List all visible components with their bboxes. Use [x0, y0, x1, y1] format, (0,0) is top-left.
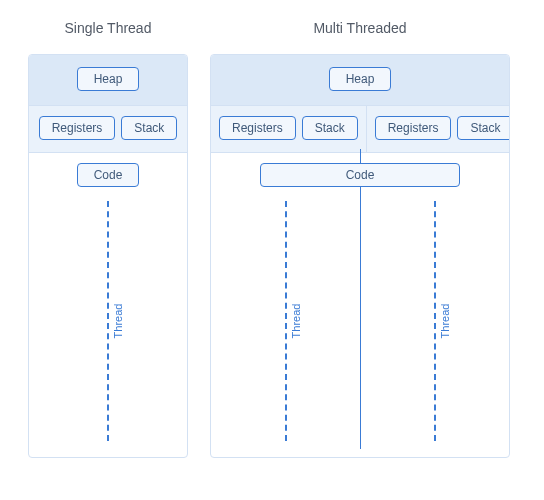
registers-band: Registers Stack Registers Stack [211, 106, 509, 153]
single-thread-title: Single Thread [65, 20, 152, 36]
heap-chip: Heap [329, 67, 392, 91]
single-thread-column: Single Thread Heap Registers Stack Code … [28, 20, 188, 458]
heap-chip: Heap [77, 67, 140, 91]
code-row: Code [211, 153, 509, 187]
single-thread-panel: Heap Registers Stack Code Thread [28, 54, 188, 458]
thread-label: Thread [290, 298, 302, 345]
registers-chip: Registers [375, 116, 452, 140]
multi-thread-column: Multi Threaded Heap Registers Stack Regi… [210, 20, 510, 458]
multi-thread-panel: Heap Registers Stack Registers Stack Cod… [210, 54, 510, 458]
stack-chip: Stack [121, 116, 177, 140]
thread-line: Thread [285, 201, 287, 441]
thread-column: Thread [29, 187, 187, 457]
multi-thread-title: Multi Threaded [313, 20, 406, 36]
registers-band: Registers Stack [29, 106, 187, 153]
thread-line: Thread [434, 201, 436, 441]
registers-chip: Registers [219, 116, 296, 140]
code-chip: Code [260, 163, 460, 187]
thread-line: Thread [107, 201, 109, 441]
stack-chip: Stack [457, 116, 510, 140]
thread-column-1: Thread [211, 187, 360, 457]
thread-label: Thread [112, 298, 124, 345]
registers-cell-1: Registers Stack [211, 106, 366, 152]
code-chip: Code [77, 163, 140, 187]
thread-column-2: Thread [360, 187, 509, 457]
thread-label: Thread [439, 298, 451, 345]
heap-band: Heap [29, 55, 187, 106]
code-row: Code [29, 153, 187, 187]
registers-cell: Registers Stack [29, 106, 187, 152]
threads-area: Thread Thread [211, 187, 509, 457]
heap-band: Heap [211, 55, 509, 106]
registers-chip: Registers [39, 116, 116, 140]
stack-chip: Stack [302, 116, 358, 140]
diagram-root: Single Thread Heap Registers Stack Code … [28, 20, 516, 458]
threads-area: Thread [29, 187, 187, 457]
registers-cell-2: Registers Stack [366, 106, 510, 152]
